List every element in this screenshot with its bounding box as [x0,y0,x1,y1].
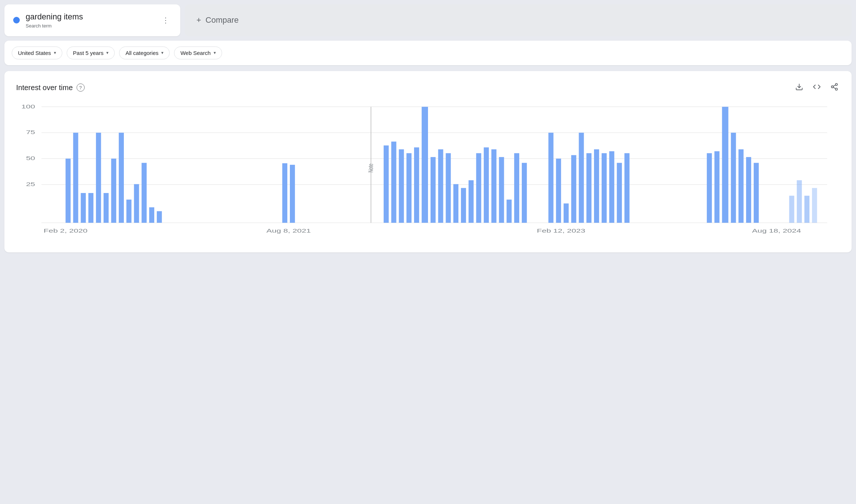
svg-rect-19 [81,193,86,223]
svg-rect-26 [134,184,139,223]
help-icon-label: ? [79,85,82,90]
search-type-filter-label: Web Search [180,50,210,56]
svg-rect-70 [797,180,802,223]
category-filter-label: All categories [125,50,158,56]
svg-rect-30 [282,163,287,223]
svg-rect-59 [609,151,615,223]
svg-rect-38 [431,157,436,222]
svg-rect-39 [438,149,443,223]
svg-text:Aug 8, 2021: Aug 8, 2021 [266,228,311,233]
svg-rect-42 [461,188,466,223]
svg-rect-41 [453,184,458,223]
interest-chart: 100 75 50 25 Note [16,103,840,242]
svg-rect-51 [549,133,554,223]
svg-text:Feb 12, 2023: Feb 12, 2023 [537,228,585,233]
svg-rect-65 [731,133,736,223]
chart-title-row: Interest over time ? [16,84,85,92]
svg-text:Feb 2, 2020: Feb 2, 2020 [44,228,88,233]
time-filter-chevron: ▾ [106,50,108,55]
chart-card: Interest over time ? [4,71,852,252]
svg-rect-63 [715,151,720,223]
svg-point-3 [835,88,838,90]
chart-area: 100 75 50 25 Note [16,103,840,242]
embed-button[interactable] [811,81,822,94]
share-button[interactable] [829,81,840,94]
svg-rect-64 [722,107,728,223]
svg-rect-21 [96,133,101,223]
svg-rect-36 [414,147,419,223]
region-filter-button[interactable]: United States ▾ [12,47,62,59]
svg-rect-20 [88,193,93,223]
svg-rect-55 [579,133,584,223]
svg-rect-56 [586,153,591,223]
more-options-button[interactable]: ⋮ [160,14,171,27]
svg-rect-29 [157,211,162,223]
svg-rect-48 [506,199,512,222]
compare-label: Compare [206,15,239,25]
svg-rect-34 [399,149,404,223]
svg-text:75: 75 [26,130,35,135]
svg-rect-54 [571,155,576,223]
svg-rect-71 [804,196,809,223]
svg-rect-45 [484,147,489,223]
chart-header: Interest over time ? [16,81,840,94]
svg-rect-35 [406,153,412,223]
svg-rect-61 [624,153,630,223]
search-term-card: gardening items Search term ⋮ [4,4,180,36]
search-term-text: gardening items Search term [26,12,83,29]
svg-rect-67 [746,157,751,222]
category-filter-button[interactable]: All categories ▾ [119,47,170,59]
svg-rect-52 [556,159,561,223]
svg-rect-72 [812,188,817,223]
chart-title: Interest over time [16,84,73,92]
svg-point-1 [835,83,838,85]
svg-text:100: 100 [21,104,35,109]
svg-line-5 [833,85,835,86]
svg-rect-50 [522,163,527,223]
svg-rect-27 [141,163,147,223]
time-filter-button[interactable]: Past 5 years ▾ [67,47,115,59]
svg-rect-23 [111,159,116,223]
svg-rect-60 [617,163,622,223]
svg-rect-43 [469,180,474,223]
svg-text:Note: Note [367,163,374,173]
search-term-type: Search term [26,23,52,29]
svg-rect-44 [476,153,481,223]
svg-rect-46 [491,149,497,223]
svg-rect-25 [126,199,132,222]
svg-text:50: 50 [26,155,35,161]
svg-rect-47 [499,157,504,222]
svg-rect-57 [594,149,599,223]
search-type-filter-button[interactable]: Web Search ▾ [174,47,222,59]
compare-card[interactable]: + Compare [185,4,852,36]
svg-rect-28 [149,207,154,223]
svg-rect-18 [73,133,78,223]
svg-line-4 [833,87,835,89]
svg-rect-33 [391,141,396,223]
category-filter-chevron: ▾ [161,50,163,55]
svg-rect-53 [564,203,569,223]
term-dot [13,17,20,23]
compare-plus-icon: + [196,15,201,25]
svg-text:25: 25 [26,181,35,187]
svg-point-2 [831,86,834,88]
time-filter-label: Past 5 years [73,50,103,56]
svg-rect-24 [119,133,124,223]
svg-rect-37 [422,107,428,223]
svg-rect-68 [754,163,759,223]
download-button[interactable] [794,81,805,94]
search-term-name: gardening items [26,12,83,22]
help-icon[interactable]: ? [77,84,85,92]
svg-text:Aug 18, 2024: Aug 18, 2024 [752,228,801,233]
search-term-left: gardening items Search term [13,12,83,29]
svg-rect-49 [514,153,519,223]
svg-rect-69 [789,196,794,223]
chart-actions [794,81,840,94]
filter-bar: United States ▾ Past 5 years ▾ All categ… [4,41,852,65]
svg-rect-40 [446,153,451,223]
svg-rect-66 [738,149,744,223]
region-filter-chevron: ▾ [54,50,56,55]
region-filter-label: United States [18,50,51,56]
svg-rect-31 [290,164,295,222]
svg-rect-22 [104,193,109,223]
